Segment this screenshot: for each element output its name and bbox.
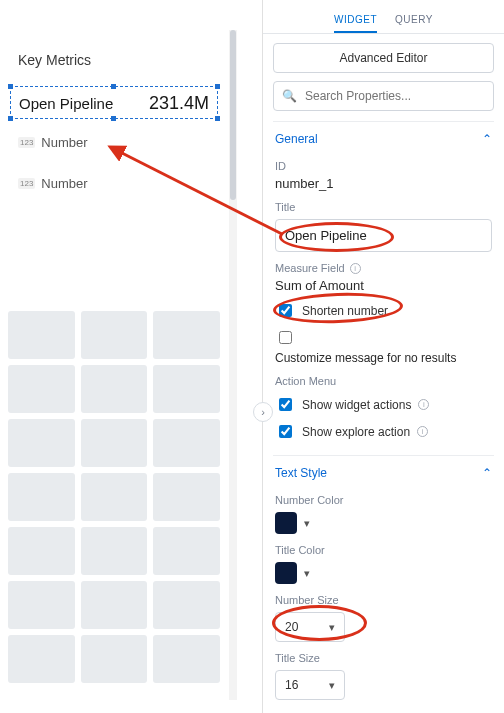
panel-tabs: WIDGET QUERY [263,0,504,34]
number-widget-placeholder[interactable]: 123 Number [10,166,218,201]
shorten-number-row[interactable]: Shorten number [275,301,492,320]
palette-item[interactable] [153,635,220,683]
section-text-style: Text Style ⌃ Number Color ▾ Title Color … [273,455,494,713]
number-color-label: Number Color [275,494,492,506]
search-input[interactable] [303,88,485,104]
search-properties-input[interactable]: 🔍 [273,81,494,111]
vertical-scrollbar[interactable] [229,30,237,700]
palette-item[interactable] [81,635,148,683]
title-size-select[interactable]: 16 ▾ [275,670,345,700]
number-icon: 123 [18,178,35,189]
section-title: Key Metrics [0,30,228,86]
section-label: Text Style [275,466,327,480]
info-icon: i [418,399,429,410]
customize-message-row[interactable] [275,328,492,347]
dashboard-canvas: Key Metrics Open Pipeline 231.4M 123 Num… [0,0,263,713]
palette-item[interactable] [8,527,75,575]
show-explore-action-row[interactable]: Show explore action i [275,422,492,441]
info-icon: i [350,263,361,274]
number-widget-placeholder[interactable]: 123 Number [10,125,218,160]
palette-item[interactable] [81,311,148,359]
chevron-down-icon: ▾ [329,679,335,692]
section-text-style-header[interactable]: Text Style ⌃ [275,464,492,484]
number-size-label: Number Size [275,594,492,606]
section-general-header[interactable]: General ⌃ [275,130,492,150]
show-explore-action-checkbox[interactable] [279,425,292,438]
customize-message-checkbox[interactable] [279,331,292,344]
palette-item[interactable] [8,365,75,413]
palette-item[interactable] [153,311,220,359]
chevron-down-icon: ▾ [329,621,335,634]
component-palette [0,311,228,683]
palette-item[interactable] [81,581,148,629]
title-color-swatch[interactable] [275,562,297,584]
section-general: General ⌃ ID number_1 Title Measure Fiel… [273,121,494,455]
chevron-down-icon[interactable]: ▾ [304,517,310,530]
show-widget-actions-label: Show widget actions [302,398,411,412]
properties-panel: WIDGET QUERY Advanced Editor 🔍 General ⌃… [263,0,504,713]
info-icon: i [417,426,428,437]
show-widget-actions-checkbox[interactable] [279,398,292,411]
chevron-up-icon: ⌃ [482,132,492,146]
palette-item[interactable] [81,473,148,521]
search-icon: 🔍 [282,89,297,103]
number-size-select[interactable]: 20 ▾ [275,612,345,642]
action-menu-label: Action Menu [275,375,492,387]
number-label: Number [41,176,87,191]
widget-title: Open Pipeline [19,95,113,112]
palette-item[interactable] [81,365,148,413]
palette-item[interactable] [153,365,220,413]
palette-item[interactable] [8,635,75,683]
palette-item[interactable] [8,581,75,629]
number-size-value: 20 [285,620,298,634]
widget-value: 231.4M [149,93,209,114]
palette-item[interactable] [153,473,220,521]
section-label: General [275,132,318,146]
measure-field-value: Sum of Amount [275,278,492,293]
palette-item[interactable] [153,581,220,629]
palette-item[interactable] [8,419,75,467]
panel-collapse-button[interactable]: › [253,402,273,422]
palette-item[interactable] [153,419,220,467]
title-size-value: 16 [285,678,298,692]
measure-field-label: Measure Field i [275,262,492,274]
title-size-label: Title Size [275,652,492,664]
palette-item[interactable] [81,419,148,467]
shorten-number-checkbox[interactable] [279,304,292,317]
id-label: ID [275,160,492,172]
tab-query[interactable]: QUERY [395,6,433,33]
palette-item[interactable] [8,311,75,359]
id-value: number_1 [275,176,492,191]
shorten-number-label: Shorten number [302,304,388,318]
title-color-label: Title Color [275,544,492,556]
tab-widget[interactable]: WIDGET [334,6,377,33]
advanced-editor-button[interactable]: Advanced Editor [273,43,494,73]
number-icon: 123 [18,137,35,148]
number-color-swatch[interactable] [275,512,297,534]
number-label: Number [41,135,87,150]
selected-number-widget[interactable]: Open Pipeline 231.4M [10,86,218,119]
title-input[interactable] [275,219,492,252]
title-label: Title [275,201,492,213]
palette-item[interactable] [8,473,75,521]
show-explore-action-label: Show explore action [302,425,410,439]
show-widget-actions-row[interactable]: Show widget actions i [275,395,492,414]
palette-item[interactable] [81,527,148,575]
chevron-down-icon[interactable]: ▾ [304,567,310,580]
chevron-up-icon: ⌃ [482,466,492,480]
customize-message-label: Customize message for no results [275,351,492,365]
palette-item[interactable] [153,527,220,575]
